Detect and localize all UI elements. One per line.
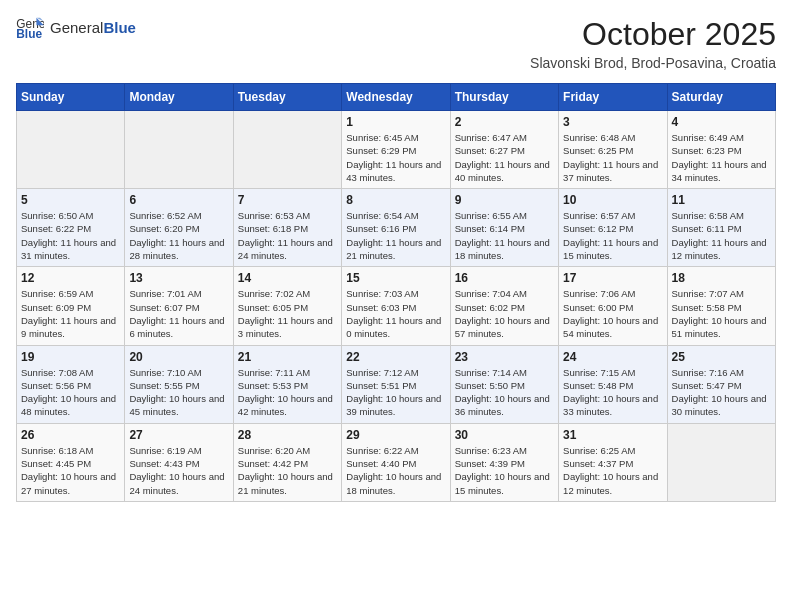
day-number: 17 xyxy=(563,271,662,285)
calendar-cell xyxy=(125,111,233,189)
logo: General Blue General Blue xyxy=(16,16,136,38)
col-saturday: Saturday xyxy=(667,84,775,111)
col-friday: Friday xyxy=(559,84,667,111)
calendar-cell: 8Sunrise: 6:54 AM Sunset: 6:16 PM Daylig… xyxy=(342,189,450,267)
calendar-week-5: 26Sunrise: 6:18 AM Sunset: 4:45 PM Dayli… xyxy=(17,423,776,501)
day-number: 21 xyxy=(238,350,337,364)
day-info: Sunrise: 7:06 AM Sunset: 6:00 PM Dayligh… xyxy=(563,287,662,340)
calendar-week-2: 5Sunrise: 6:50 AM Sunset: 6:22 PM Daylig… xyxy=(17,189,776,267)
calendar-cell xyxy=(667,423,775,501)
calendar-cell: 22Sunrise: 7:12 AM Sunset: 5:51 PM Dayli… xyxy=(342,345,450,423)
day-number: 14 xyxy=(238,271,337,285)
logo-general-text: General xyxy=(50,19,103,36)
col-thursday: Thursday xyxy=(450,84,558,111)
day-number: 27 xyxy=(129,428,228,442)
calendar-cell: 26Sunrise: 6:18 AM Sunset: 4:45 PM Dayli… xyxy=(17,423,125,501)
day-number: 28 xyxy=(238,428,337,442)
logo-blue-text: Blue xyxy=(103,19,136,36)
calendar-cell: 9Sunrise: 6:55 AM Sunset: 6:14 PM Daylig… xyxy=(450,189,558,267)
day-number: 25 xyxy=(672,350,771,364)
day-info: Sunrise: 7:02 AM Sunset: 6:05 PM Dayligh… xyxy=(238,287,337,340)
day-info: Sunrise: 6:23 AM Sunset: 4:39 PM Dayligh… xyxy=(455,444,554,497)
calendar-body: 1Sunrise: 6:45 AM Sunset: 6:29 PM Daylig… xyxy=(17,111,776,502)
day-info: Sunrise: 7:01 AM Sunset: 6:07 PM Dayligh… xyxy=(129,287,228,340)
day-info: Sunrise: 6:55 AM Sunset: 6:14 PM Dayligh… xyxy=(455,209,554,262)
day-number: 10 xyxy=(563,193,662,207)
location-text: Slavonski Brod, Brod-Posavina, Croatia xyxy=(530,55,776,71)
calendar-cell: 14Sunrise: 7:02 AM Sunset: 6:05 PM Dayli… xyxy=(233,267,341,345)
calendar-cell: 18Sunrise: 7:07 AM Sunset: 5:58 PM Dayli… xyxy=(667,267,775,345)
calendar-cell xyxy=(233,111,341,189)
day-number: 16 xyxy=(455,271,554,285)
day-info: Sunrise: 7:12 AM Sunset: 5:51 PM Dayligh… xyxy=(346,366,445,419)
day-info: Sunrise: 7:10 AM Sunset: 5:55 PM Dayligh… xyxy=(129,366,228,419)
day-info: Sunrise: 6:52 AM Sunset: 6:20 PM Dayligh… xyxy=(129,209,228,262)
calendar-cell: 3Sunrise: 6:48 AM Sunset: 6:25 PM Daylig… xyxy=(559,111,667,189)
header-row: Sunday Monday Tuesday Wednesday Thursday… xyxy=(17,84,776,111)
day-number: 22 xyxy=(346,350,445,364)
day-number: 2 xyxy=(455,115,554,129)
day-info: Sunrise: 6:57 AM Sunset: 6:12 PM Dayligh… xyxy=(563,209,662,262)
calendar-cell: 25Sunrise: 7:16 AM Sunset: 5:47 PM Dayli… xyxy=(667,345,775,423)
day-info: Sunrise: 6:19 AM Sunset: 4:43 PM Dayligh… xyxy=(129,444,228,497)
day-number: 8 xyxy=(346,193,445,207)
calendar-cell: 17Sunrise: 7:06 AM Sunset: 6:00 PM Dayli… xyxy=(559,267,667,345)
calendar-cell: 24Sunrise: 7:15 AM Sunset: 5:48 PM Dayli… xyxy=(559,345,667,423)
day-number: 9 xyxy=(455,193,554,207)
day-info: Sunrise: 6:50 AM Sunset: 6:22 PM Dayligh… xyxy=(21,209,120,262)
day-number: 30 xyxy=(455,428,554,442)
calendar-cell xyxy=(17,111,125,189)
day-number: 11 xyxy=(672,193,771,207)
day-number: 12 xyxy=(21,271,120,285)
day-info: Sunrise: 6:53 AM Sunset: 6:18 PM Dayligh… xyxy=(238,209,337,262)
day-number: 7 xyxy=(238,193,337,207)
calendar-cell: 16Sunrise: 7:04 AM Sunset: 6:02 PM Dayli… xyxy=(450,267,558,345)
calendar-cell: 4Sunrise: 6:49 AM Sunset: 6:23 PM Daylig… xyxy=(667,111,775,189)
day-number: 18 xyxy=(672,271,771,285)
calendar-header: Sunday Monday Tuesday Wednesday Thursday… xyxy=(17,84,776,111)
calendar-cell: 23Sunrise: 7:14 AM Sunset: 5:50 PM Dayli… xyxy=(450,345,558,423)
calendar-week-1: 1Sunrise: 6:45 AM Sunset: 6:29 PM Daylig… xyxy=(17,111,776,189)
day-number: 4 xyxy=(672,115,771,129)
calendar-cell: 20Sunrise: 7:10 AM Sunset: 5:55 PM Dayli… xyxy=(125,345,233,423)
col-monday: Monday xyxy=(125,84,233,111)
col-tuesday: Tuesday xyxy=(233,84,341,111)
day-number: 13 xyxy=(129,271,228,285)
day-info: Sunrise: 7:08 AM Sunset: 5:56 PM Dayligh… xyxy=(21,366,120,419)
col-sunday: Sunday xyxy=(17,84,125,111)
month-title: October 2025 xyxy=(530,16,776,53)
day-info: Sunrise: 6:54 AM Sunset: 6:16 PM Dayligh… xyxy=(346,209,445,262)
day-number: 31 xyxy=(563,428,662,442)
calendar-cell: 31Sunrise: 6:25 AM Sunset: 4:37 PM Dayli… xyxy=(559,423,667,501)
calendar-cell: 11Sunrise: 6:58 AM Sunset: 6:11 PM Dayli… xyxy=(667,189,775,267)
day-number: 6 xyxy=(129,193,228,207)
calendar-cell: 5Sunrise: 6:50 AM Sunset: 6:22 PM Daylig… xyxy=(17,189,125,267)
day-info: Sunrise: 6:18 AM Sunset: 4:45 PM Dayligh… xyxy=(21,444,120,497)
day-info: Sunrise: 7:15 AM Sunset: 5:48 PM Dayligh… xyxy=(563,366,662,419)
day-info: Sunrise: 6:25 AM Sunset: 4:37 PM Dayligh… xyxy=(563,444,662,497)
day-info: Sunrise: 7:07 AM Sunset: 5:58 PM Dayligh… xyxy=(672,287,771,340)
day-info: Sunrise: 6:49 AM Sunset: 6:23 PM Dayligh… xyxy=(672,131,771,184)
day-number: 5 xyxy=(21,193,120,207)
day-info: Sunrise: 6:20 AM Sunset: 4:42 PM Dayligh… xyxy=(238,444,337,497)
day-info: Sunrise: 6:47 AM Sunset: 6:27 PM Dayligh… xyxy=(455,131,554,184)
day-info: Sunrise: 6:48 AM Sunset: 6:25 PM Dayligh… xyxy=(563,131,662,184)
calendar-cell: 1Sunrise: 6:45 AM Sunset: 6:29 PM Daylig… xyxy=(342,111,450,189)
day-info: Sunrise: 7:04 AM Sunset: 6:02 PM Dayligh… xyxy=(455,287,554,340)
day-info: Sunrise: 6:45 AM Sunset: 6:29 PM Dayligh… xyxy=(346,131,445,184)
day-number: 23 xyxy=(455,350,554,364)
calendar-cell: 13Sunrise: 7:01 AM Sunset: 6:07 PM Dayli… xyxy=(125,267,233,345)
calendar-cell: 2Sunrise: 6:47 AM Sunset: 6:27 PM Daylig… xyxy=(450,111,558,189)
day-number: 15 xyxy=(346,271,445,285)
calendar-cell: 7Sunrise: 6:53 AM Sunset: 6:18 PM Daylig… xyxy=(233,189,341,267)
calendar-cell: 28Sunrise: 6:20 AM Sunset: 4:42 PM Dayli… xyxy=(233,423,341,501)
calendar-week-4: 19Sunrise: 7:08 AM Sunset: 5:56 PM Dayli… xyxy=(17,345,776,423)
calendar-cell: 6Sunrise: 6:52 AM Sunset: 6:20 PM Daylig… xyxy=(125,189,233,267)
day-number: 24 xyxy=(563,350,662,364)
day-number: 3 xyxy=(563,115,662,129)
logo-icon: General Blue xyxy=(16,16,44,38)
calendar-cell: 12Sunrise: 6:59 AM Sunset: 6:09 PM Dayli… xyxy=(17,267,125,345)
calendar-cell: 15Sunrise: 7:03 AM Sunset: 6:03 PM Dayli… xyxy=(342,267,450,345)
title-block: October 2025 Slavonski Brod, Brod-Posavi… xyxy=(530,16,776,71)
calendar-cell: 27Sunrise: 6:19 AM Sunset: 4:43 PM Dayli… xyxy=(125,423,233,501)
